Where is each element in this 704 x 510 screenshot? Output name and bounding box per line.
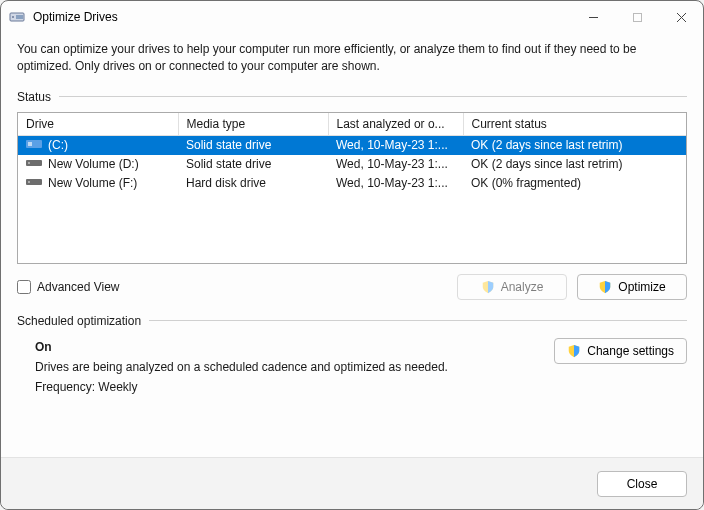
drive-media: Solid state drive (178, 155, 328, 174)
drives-table[interactable]: Drive Media type Last analyzed or o... C… (18, 113, 686, 193)
advanced-view-label: Advanced View (37, 280, 120, 294)
drive-icon (26, 176, 42, 191)
drive-icon (26, 138, 42, 153)
drive-cell: New Volume (F:) (26, 176, 170, 191)
close-window-button[interactable] (667, 5, 695, 29)
optimize-label: Optimize (618, 280, 665, 294)
close-button[interactable]: Close (597, 471, 687, 497)
svg-point-1 (12, 16, 14, 18)
scheduled-row: On Drives are being analyzed on a schedu… (17, 336, 687, 394)
divider-line (149, 320, 687, 321)
scheduled-frequency: Frequency: Weekly (35, 380, 448, 394)
close-label: Close (627, 477, 658, 491)
drive-status: OK (0% fragmented) (463, 174, 686, 193)
window-controls (579, 5, 695, 29)
scheduled-label-text: Scheduled optimization (17, 314, 149, 328)
status-section-label: Status (17, 90, 687, 104)
svg-rect-4 (633, 13, 641, 21)
col-media[interactable]: Media type (178, 113, 328, 136)
divider-line (59, 96, 687, 97)
col-last[interactable]: Last analyzed or o... (328, 113, 463, 136)
drive-name: (C:) (48, 138, 68, 152)
drive-cell: (C:) (26, 138, 170, 153)
scheduled-section-label: Scheduled optimization (17, 314, 687, 328)
drive-name: New Volume (D:) (48, 157, 139, 171)
footer: Close (1, 457, 703, 509)
optimize-drives-window: Optimize Drives You can optimize your dr… (0, 0, 704, 510)
drive-status: OK (2 days since last retrim) (463, 155, 686, 174)
svg-point-10 (28, 162, 30, 164)
optimize-button[interactable]: Optimize (577, 274, 687, 300)
drive-last: Wed, 10-May-23 1:... (328, 155, 463, 174)
table-header-row: Drive Media type Last analyzed or o... C… (18, 113, 686, 136)
app-icon (9, 9, 25, 25)
analyze-label: Analyze (501, 280, 544, 294)
drive-icon (26, 157, 42, 172)
col-status[interactable]: Current status (463, 113, 686, 136)
description-text: You can optimize your drives to help you… (17, 41, 687, 76)
scheduled-info: On Drives are being analyzed on a schedu… (35, 340, 448, 394)
scheduled-desc: Drives are being analyzed on a scheduled… (35, 360, 448, 374)
controls-row: Advanced View Analyze Optimize (17, 274, 687, 300)
drive-last: Wed, 10-May-23 1:... (328, 174, 463, 193)
analyze-button[interactable]: Analyze (457, 274, 567, 300)
drive-name: New Volume (F:) (48, 176, 137, 190)
shield-icon (481, 280, 495, 294)
change-settings-button[interactable]: Change settings (554, 338, 687, 364)
content-area: You can optimize your drives to help you… (1, 33, 703, 457)
drive-last: Wed, 10-May-23 1:... (328, 135, 463, 155)
table-row[interactable]: New Volume (F:)Hard disk driveWed, 10-Ma… (18, 174, 686, 193)
window-title: Optimize Drives (33, 10, 579, 24)
scheduled-status: On (35, 340, 448, 354)
drive-media: Hard disk drive (178, 174, 328, 193)
change-settings-label: Change settings (587, 344, 674, 358)
shield-icon (598, 280, 612, 294)
minimize-button[interactable] (579, 5, 607, 29)
drives-table-container: Drive Media type Last analyzed or o... C… (17, 112, 687, 264)
advanced-view-checkbox[interactable]: Advanced View (17, 280, 120, 294)
svg-rect-2 (16, 15, 23, 19)
maximize-button[interactable] (623, 5, 651, 29)
advanced-view-input[interactable] (17, 280, 31, 294)
col-drive[interactable]: Drive (18, 113, 178, 136)
svg-point-12 (28, 181, 30, 183)
drive-status: OK (2 days since last retrim) (463, 135, 686, 155)
drive-cell: New Volume (D:) (26, 157, 170, 172)
drive-media: Solid state drive (178, 135, 328, 155)
table-row[interactable]: New Volume (D:)Solid state driveWed, 10-… (18, 155, 686, 174)
titlebar: Optimize Drives (1, 1, 703, 33)
shield-icon (567, 344, 581, 358)
svg-rect-8 (28, 142, 32, 146)
status-label-text: Status (17, 90, 59, 104)
table-row[interactable]: (C:)Solid state driveWed, 10-May-23 1:..… (18, 135, 686, 155)
